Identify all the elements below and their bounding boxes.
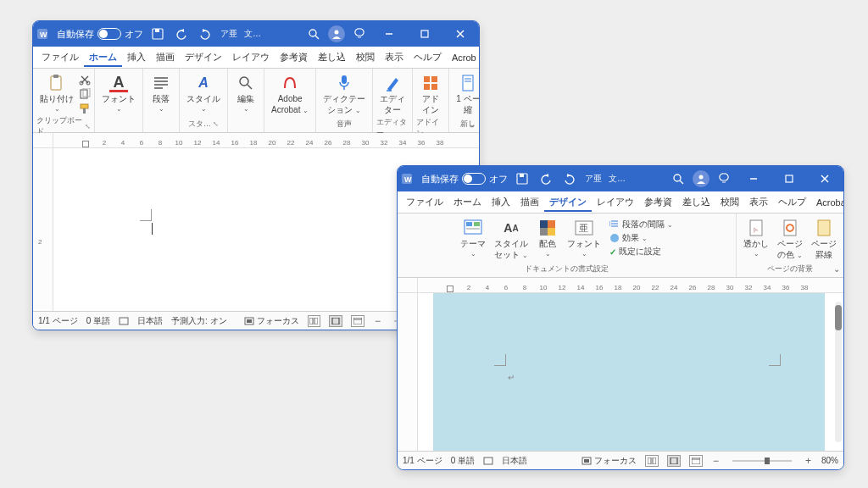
read-mode-icon[interactable] <box>645 455 659 467</box>
tab-home[interactable]: ホーム <box>84 47 122 67</box>
page-color-button[interactable]: ページ の色 ⌄ <box>774 217 806 262</box>
minimize-button[interactable] <box>738 166 769 191</box>
autosave-toggle[interactable]: 自動保存 オフ <box>57 28 143 41</box>
word-count[interactable]: 0 単語 <box>451 455 475 467</box>
language-status[interactable]: 日本語 <box>137 315 163 327</box>
dialog-launcher-icon[interactable]: ⤡ <box>85 123 91 130</box>
paragraph-spacing-button[interactable]: 段落の間隔 ⌄ <box>609 219 673 230</box>
tab-insert[interactable]: 挿入 <box>487 192 515 212</box>
tab-mailings[interactable]: 差し込 <box>677 192 715 212</box>
fonts-button[interactable]: 亜 フォント ⌄ <box>564 217 604 259</box>
tab-references[interactable]: 参考資 <box>275 47 313 67</box>
tab-review[interactable]: 校閲 <box>351 47 380 67</box>
zoom-out-button[interactable]: − <box>373 315 382 327</box>
undo-icon[interactable] <box>172 25 191 43</box>
print-layout-icon[interactable] <box>667 455 681 467</box>
stylesets-button[interactable]: AA スタイル セット ⌄ <box>491 217 531 262</box>
search-icon[interactable] <box>304 25 323 43</box>
tab-draw[interactable]: 描画 <box>151 47 180 67</box>
spellcheck-icon[interactable] <box>119 316 129 326</box>
web-layout-icon[interactable] <box>689 455 703 467</box>
maximize-button[interactable] <box>774 166 804 191</box>
zoom-out-button[interactable]: − <box>711 455 721 467</box>
dialog-launcher-icon[interactable]: ⤡ <box>213 120 219 128</box>
vertical-scrollbar[interactable] <box>835 302 842 442</box>
tab-file[interactable]: ファイル <box>36 47 84 67</box>
ime-status[interactable]: 予測入力: オン <box>171 315 227 327</box>
adobe-acrobat-button[interactable]: Adobe Acrobat ⌄ <box>268 72 312 117</box>
lightbulb-icon[interactable] <box>715 169 733 188</box>
themes-button[interactable]: テーマ ⌄ <box>457 217 489 259</box>
ribbon-collapse-icon[interactable]: ⌄ <box>833 264 840 274</box>
lightbulb-icon[interactable] <box>350 25 369 43</box>
tab-references[interactable]: 参考資 <box>639 192 677 212</box>
redo-icon[interactable] <box>196 25 214 43</box>
tab-layout[interactable]: レイアウ <box>592 192 639 212</box>
editor-button[interactable]: エディ ター <box>376 72 409 116</box>
dictate-button[interactable]: ディクテー ション ⌄ <box>320 72 369 117</box>
horizontal-ruler[interactable]: 2468101214161820222426283032343638 <box>398 278 843 293</box>
tab-layout[interactable]: レイアウ <box>227 47 275 67</box>
paste-button[interactable]: 貼り付け ⌄ <box>36 72 77 114</box>
close-button[interactable] <box>445 21 476 47</box>
vertical-ruler[interactable]: 2 <box>33 148 53 311</box>
language-status[interactable]: 日本語 <box>502 455 527 467</box>
close-button[interactable] <box>810 166 840 191</box>
tab-view[interactable]: 表示 <box>380 47 409 67</box>
font-button[interactable]: A フォント ⌄ <box>98 72 139 114</box>
redo-icon[interactable] <box>560 169 579 188</box>
watermark-button[interactable]: A 透かし ⌄ <box>740 217 772 259</box>
cut-icon[interactable] <box>79 74 91 86</box>
ribbon-collapse-icon[interactable]: ⌄ <box>469 119 476 129</box>
undo-icon[interactable] <box>537 169 555 188</box>
tab-view[interactable]: 表示 <box>744 192 773 212</box>
focus-mode[interactable]: フォーカス <box>581 455 637 467</box>
spellcheck-icon[interactable] <box>483 456 493 466</box>
tab-mailings[interactable]: 差し込 <box>313 47 351 67</box>
save-icon[interactable] <box>513 169 531 188</box>
tab-design[interactable]: デザイン <box>544 192 592 212</box>
web-layout-icon[interactable] <box>351 315 364 327</box>
zoom-slider[interactable] <box>732 460 792 462</box>
tab-acrobat[interactable]: Acrob <box>447 49 480 66</box>
page-borders-button[interactable]: ページ 罫線 <box>808 217 840 261</box>
word-count[interactable]: 0 単語 <box>86 315 110 327</box>
tab-file[interactable]: ファイル <box>401 192 448 212</box>
zoom-level[interactable]: 80% <box>821 456 838 465</box>
addins-button[interactable]: アド イン <box>416 72 445 116</box>
onepage-button[interactable]: 1 ペー 縮 <box>453 72 480 116</box>
focus-mode[interactable]: フォーカス <box>244 315 299 327</box>
tab-acrobat[interactable]: Acroba <box>811 194 844 211</box>
page-count[interactable]: 1/1 ページ <box>403 455 442 467</box>
qat-text-icon[interactable]: ア亜 <box>220 25 238 43</box>
read-mode-icon[interactable] <box>308 315 321 327</box>
document-page[interactable]: ↵ <box>433 293 825 451</box>
tab-review[interactable]: 校閲 <box>715 192 744 212</box>
save-icon[interactable] <box>148 25 167 43</box>
effects-button[interactable]: 効果 ⌄ <box>609 232 673 244</box>
qat-more-icon[interactable]: 文… <box>243 25 262 43</box>
minimize-button[interactable] <box>374 21 404 47</box>
tab-help[interactable]: ヘルプ <box>773 192 811 212</box>
page-count[interactable]: 1/1 ページ <box>38 315 78 327</box>
account-avatar[interactable] <box>328 25 345 42</box>
account-avatar[interactable] <box>693 170 709 187</box>
editing-button[interactable]: 編集 ⌄ <box>231 72 260 114</box>
colors-button[interactable]: 配色 ⌄ <box>533 217 562 259</box>
autosave-toggle[interactable]: 自動保存 オフ <box>421 173 508 186</box>
tab-help[interactable]: ヘルプ <box>409 47 447 67</box>
print-layout-icon[interactable] <box>329 315 342 327</box>
qat-more-icon[interactable]: 文… <box>608 169 626 188</box>
search-icon[interactable] <box>669 169 687 188</box>
tab-draw[interactable]: 描画 <box>515 192 544 212</box>
maximize-button[interactable] <box>409 21 440 47</box>
horizontal-ruler[interactable]: 2468101214161820222426283032343638 <box>33 133 479 148</box>
set-default-button[interactable]: ✓既定に設定 <box>609 246 673 258</box>
tab-design[interactable]: デザイン <box>180 47 227 67</box>
qat-text-icon[interactable]: ア亜 <box>584 169 603 188</box>
format-painter-icon[interactable] <box>79 103 91 114</box>
tab-insert[interactable]: 挿入 <box>122 47 151 67</box>
paragraph-button[interactable]: 段落 ⌄ <box>147 72 175 114</box>
styles-button[interactable]: A スタイル ⌄ <box>183 72 224 114</box>
zoom-in-button[interactable]: + <box>804 455 813 467</box>
